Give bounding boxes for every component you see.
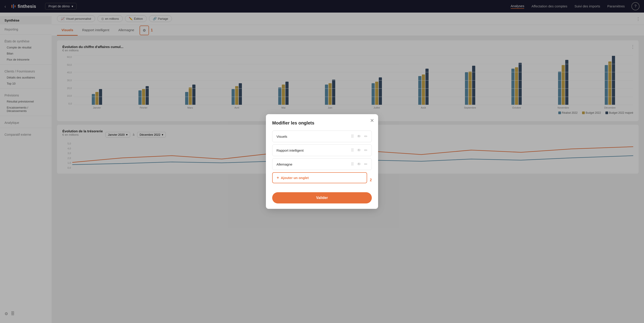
eye-icon-visuels[interactable]: 👁 xyxy=(357,134,361,139)
modal-tab-row-allemagne: Allemagne ⠿ 👁 ✏ xyxy=(272,158,372,170)
add-tab-label: Ajouter un onglet xyxy=(281,176,309,180)
modify-tabs-modal: Modifier les onglets ✕ Visuels ⠿ 👁 ✏ Rap… xyxy=(266,114,378,209)
modal-tab-name-visuels: Visuels xyxy=(276,134,287,138)
drag-icon-rapport[interactable]: ⠿ xyxy=(351,148,354,153)
edit-icon-rapport[interactable]: ✏ xyxy=(364,148,368,153)
add-tab-number: 2 xyxy=(370,178,372,182)
modal-tab-icons-allemagne: ⠿ 👁 ✏ xyxy=(351,162,368,167)
modal-tab-row-rapport: Rapport intelligent ⠿ 👁 ✏ xyxy=(272,144,372,156)
modal-tab-name-rapport: Rapport intelligent xyxy=(276,148,304,152)
drag-icon-allemagne[interactable]: ⠿ xyxy=(351,162,354,167)
modal-overlay[interactable]: Modifier les onglets ✕ Visuels ⠿ 👁 ✏ Rap… xyxy=(0,0,644,323)
modal-tab-icons-rapport: ⠿ 👁 ✏ xyxy=(351,148,368,153)
modal-tab-name-allemagne: Allemagne xyxy=(276,162,292,166)
edit-icon-allemagne[interactable]: ✏ xyxy=(364,162,368,167)
edit-icon-visuels[interactable]: ✏ xyxy=(364,134,368,139)
eye-icon-allemagne[interactable]: 👁 xyxy=(357,162,361,167)
eye-icon-rapport[interactable]: 👁 xyxy=(357,148,361,153)
modal-close-button[interactable]: ✕ xyxy=(370,118,374,124)
add-tab-button[interactable]: + Ajouter un onglet xyxy=(272,172,367,183)
modal-title: Modifier les onglets xyxy=(272,120,372,126)
validate-button[interactable]: Valider xyxy=(272,192,372,204)
drag-icon-visuels[interactable]: ⠿ xyxy=(351,134,354,139)
modal-tab-icons-visuels: ⠿ 👁 ✏ xyxy=(351,134,368,139)
modal-tab-row-visuels: Visuels ⠿ 👁 ✏ xyxy=(272,130,372,142)
